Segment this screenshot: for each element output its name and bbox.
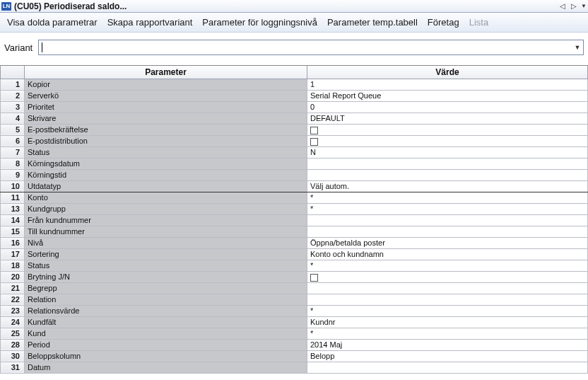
parameter-cell[interactable]: Status bbox=[25, 260, 307, 271]
parameter-cell[interactable]: Period bbox=[25, 339, 307, 350]
table-row[interactable]: 13Kundgrupp* bbox=[1, 203, 588, 214]
value-cell[interactable] bbox=[307, 169, 588, 180]
table-row[interactable]: 6E-postdistribution bbox=[1, 135, 588, 146]
value-cell[interactable]: * bbox=[307, 203, 588, 214]
table-row[interactable]: 22Relation bbox=[1, 294, 588, 305]
row-number[interactable]: 3 bbox=[1, 101, 25, 113]
row-number[interactable]: 9 bbox=[1, 169, 25, 180]
parameter-cell[interactable]: Kopior bbox=[25, 79, 307, 90]
row-number[interactable]: 25 bbox=[1, 328, 25, 339]
parameter-cell[interactable]: Status bbox=[25, 146, 307, 158]
row-number[interactable]: 20 bbox=[1, 271, 25, 282]
table-row[interactable]: 7StatusN bbox=[1, 146, 588, 158]
menu-log-level[interactable]: Parameter för loggningsnivå bbox=[202, 17, 317, 28]
value-cell[interactable]: Öppna/betalda poster bbox=[307, 237, 588, 248]
table-row[interactable]: 31Datum bbox=[1, 362, 588, 373]
parameter-cell[interactable]: Från kundnummer bbox=[25, 214, 307, 226]
table-row[interactable]: 23Relationsvärde* bbox=[1, 305, 588, 316]
table-row[interactable]: 9Körningstid bbox=[1, 169, 588, 180]
parameter-cell[interactable]: Beloppskolumn bbox=[25, 350, 307, 362]
variant-input[interactable] bbox=[39, 40, 572, 54]
row-number[interactable]: 24 bbox=[1, 316, 25, 328]
parameter-cell[interactable]: Relationsvärde bbox=[25, 305, 307, 316]
menu-company[interactable]: Företag bbox=[428, 17, 459, 28]
nav-prev-icon[interactable]: ◁ bbox=[558, 2, 567, 10]
value-cell[interactable] bbox=[307, 214, 588, 226]
parameter-cell[interactable]: Kundgrupp bbox=[25, 203, 307, 214]
parameter-cell[interactable]: Kund bbox=[25, 328, 307, 339]
parameter-cell[interactable]: Relation bbox=[25, 294, 307, 305]
parameter-cell[interactable]: Utdatatyp bbox=[25, 180, 307, 192]
row-number[interactable]: 10 bbox=[1, 180, 25, 192]
parameter-cell[interactable]: E-postdistribution bbox=[25, 135, 307, 146]
table-row[interactable]: 28Period2014 Maj bbox=[1, 339, 588, 350]
table-row[interactable]: 20Brytning J/N bbox=[1, 271, 588, 282]
table-row[interactable]: 8Körningsdatum bbox=[1, 158, 588, 169]
value-cell[interactable]: * bbox=[307, 328, 588, 339]
table-row[interactable]: 21Begrepp bbox=[1, 282, 588, 294]
table-row[interactable]: 11Konto* bbox=[1, 192, 588, 203]
row-number[interactable]: 8 bbox=[1, 158, 25, 169]
parameter-cell[interactable]: Sortering bbox=[25, 248, 307, 260]
value-cell[interactable] bbox=[307, 158, 588, 169]
value-cell[interactable] bbox=[307, 271, 588, 282]
table-row[interactable]: 2ServerköSerial Report Queue bbox=[1, 90, 588, 101]
value-cell[interactable]: * bbox=[307, 260, 588, 271]
row-number[interactable]: 1 bbox=[1, 79, 25, 90]
parameter-cell[interactable]: Kundfält bbox=[25, 316, 307, 328]
row-number[interactable]: 17 bbox=[1, 248, 25, 260]
table-row[interactable]: 14Från kundnummer bbox=[1, 214, 588, 226]
row-number[interactable]: 28 bbox=[1, 339, 25, 350]
value-cell[interactable]: N bbox=[307, 146, 588, 158]
parameter-cell[interactable]: Datum bbox=[25, 362, 307, 373]
row-number[interactable]: 6 bbox=[1, 135, 25, 146]
variant-combobox[interactable]: ▼ bbox=[38, 40, 584, 55]
value-cell[interactable]: 1 bbox=[307, 79, 588, 90]
row-number[interactable]: 2 bbox=[1, 90, 25, 101]
parameter-cell[interactable]: Begrepp bbox=[25, 282, 307, 294]
row-number[interactable]: 4 bbox=[1, 113, 25, 124]
table-row[interactable]: 15Till kundnummer bbox=[1, 226, 588, 237]
row-number[interactable]: 23 bbox=[1, 305, 25, 316]
grid-header-parameter[interactable]: Parameter bbox=[25, 66, 307, 79]
value-cell[interactable]: * bbox=[307, 305, 588, 316]
parameter-cell[interactable]: Serverkö bbox=[25, 90, 307, 101]
table-row[interactable]: 1Kopior1 bbox=[1, 79, 588, 90]
row-number[interactable]: 15 bbox=[1, 226, 25, 237]
parameter-cell[interactable]: Prioritet bbox=[25, 101, 307, 113]
value-cell[interactable]: 0 bbox=[307, 101, 588, 113]
value-cell[interactable]: * bbox=[307, 192, 588, 203]
table-row[interactable]: 24KundfältKundnr bbox=[1, 316, 588, 328]
value-cell[interactable] bbox=[307, 124, 588, 135]
parameter-cell[interactable]: Brytning J/N bbox=[25, 271, 307, 282]
menu-temp-table[interactable]: Parameter temp.tabell bbox=[327, 17, 418, 28]
row-number[interactable]: 5 bbox=[1, 124, 25, 135]
row-number[interactable]: 16 bbox=[1, 237, 25, 248]
value-cell[interactable] bbox=[307, 362, 588, 373]
value-cell[interactable]: Serial Report Queue bbox=[307, 90, 588, 101]
value-cell[interactable] bbox=[307, 135, 588, 146]
value-cell[interactable]: Kundnr bbox=[307, 316, 588, 328]
table-row[interactable]: 18Status* bbox=[1, 260, 588, 271]
grid-header-value[interactable]: Värde bbox=[307, 66, 588, 79]
value-cell[interactable]: Välj autom. bbox=[307, 180, 588, 192]
parameter-cell[interactable]: Till kundnummer bbox=[25, 226, 307, 237]
checkbox-icon[interactable] bbox=[310, 127, 318, 134]
parameter-cell[interactable]: Körningsdatum bbox=[25, 158, 307, 169]
value-cell[interactable]: DEFAULT bbox=[307, 113, 588, 124]
variant-dropdown-icon[interactable]: ▼ bbox=[572, 44, 583, 51]
table-row[interactable]: 25Kund* bbox=[1, 328, 588, 339]
row-number[interactable]: 18 bbox=[1, 260, 25, 271]
value-cell[interactable] bbox=[307, 294, 588, 305]
row-number[interactable]: 31 bbox=[1, 362, 25, 373]
value-cell[interactable] bbox=[307, 282, 588, 294]
nav-next-icon[interactable]: ▷ bbox=[570, 2, 578, 10]
nav-dropdown-icon[interactable]: ▼ bbox=[581, 3, 587, 9]
table-row[interactable]: 10UtdatatypVälj autom. bbox=[1, 180, 588, 192]
parameter-cell[interactable]: Körningstid bbox=[25, 169, 307, 180]
table-row[interactable]: 16NivåÖppna/betalda poster bbox=[1, 237, 588, 248]
table-row[interactable]: 3Prioritet0 bbox=[1, 101, 588, 113]
table-row[interactable]: 17SorteringKonto och kundnamn bbox=[1, 248, 588, 260]
value-cell[interactable]: Belopp bbox=[307, 350, 588, 362]
parameter-cell[interactable]: E-postbekräftelse bbox=[25, 124, 307, 135]
